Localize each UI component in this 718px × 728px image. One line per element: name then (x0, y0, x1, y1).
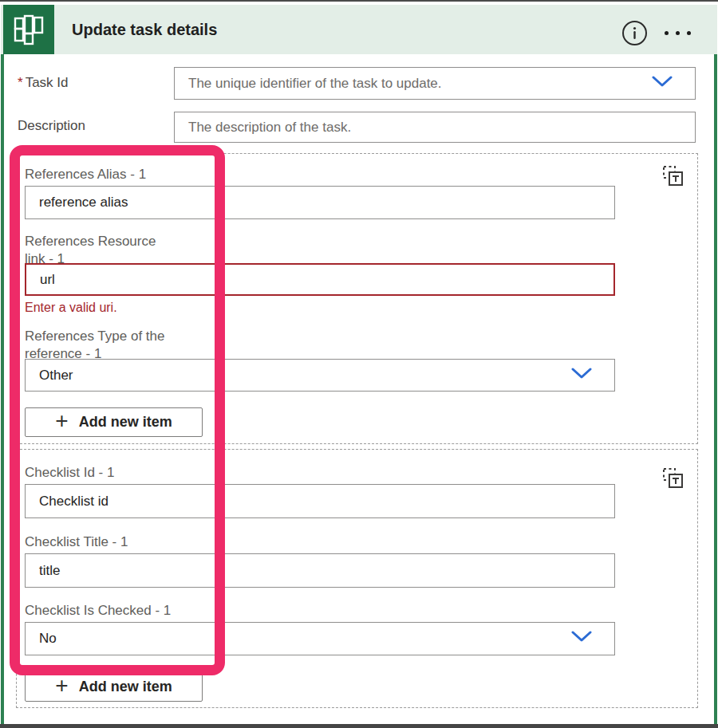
checklist-title-label: Checklist Title - 1 (25, 533, 128, 551)
checklist-id-label: Checklist Id - 1 (25, 464, 114, 482)
action-title: Update task details (72, 5, 217, 54)
references-add-new-item-button[interactable]: + Add new item (25, 407, 203, 437)
update-task-details-card: Update task details *Task Id The unique … (0, 0, 718, 728)
checklist-item-section: Checklist Id - 1 Checklist id Checklist … (16, 449, 698, 708)
uri-validation-error: Enter a valid uri. (25, 301, 117, 315)
references-resource-link-input[interactable]: url (25, 263, 615, 296)
references-alias-input[interactable]: reference alias (25, 186, 615, 219)
frame-bottom-edge (0, 724, 718, 728)
switch-to-input-entire-array-icon[interactable] (662, 165, 684, 187)
checklist-title-value: title (39, 563, 60, 579)
references-alias-label: References Alias - 1 (25, 166, 146, 183)
description-label: Description (18, 118, 85, 134)
chevron-down-icon (652, 76, 673, 92)
info-icon[interactable] (621, 20, 648, 46)
task-id-select[interactable]: The unique identifier of the task to upd… (174, 67, 696, 100)
chevron-down-icon (571, 631, 592, 647)
checklist-id-input[interactable]: Checklist id (25, 484, 615, 518)
references-type-select[interactable]: Other (25, 359, 615, 392)
switch-to-input-entire-array-icon[interactable] (662, 467, 684, 490)
plus-icon: + (55, 410, 68, 432)
references-type-label: References Type of the reference - 1 (25, 328, 196, 363)
checklist-is-checked-value: No (39, 631, 57, 647)
action-header[interactable]: Update task details (1, 5, 717, 54)
checklist-is-checked-label: Checklist Is Checked - 1 (25, 602, 171, 620)
references-type-value: Other (39, 368, 73, 384)
references-resource-link-value: url (40, 272, 55, 288)
required-asterisk: * (18, 75, 23, 90)
task-id-placeholder: The unique identifier of the task to upd… (188, 76, 442, 92)
chevron-down-icon (571, 368, 592, 384)
checklist-id-value: Checklist id (39, 494, 108, 510)
description-input[interactable]: The description of the task. (174, 112, 696, 143)
references-alias-value: reference alias (39, 195, 128, 211)
add-new-item-label: Add new item (79, 414, 172, 431)
references-item-section: References Alias - 1 reference alias Ref… (16, 153, 698, 444)
description-placeholder: The description of the task. (188, 120, 351, 136)
frame-top-edge (0, 0, 718, 2)
checklist-is-checked-select[interactable]: No (25, 622, 615, 655)
checklist-add-new-item-button[interactable]: + Add new item (25, 672, 203, 702)
plus-icon: + (55, 675, 68, 697)
add-new-item-label: Add new item (79, 679, 172, 695)
ellipsis-icon[interactable] (658, 22, 696, 43)
checklist-title-input[interactable]: title (25, 553, 615, 588)
planner-board-icon (3, 5, 54, 54)
task-id-label: *Task Id (18, 75, 68, 91)
